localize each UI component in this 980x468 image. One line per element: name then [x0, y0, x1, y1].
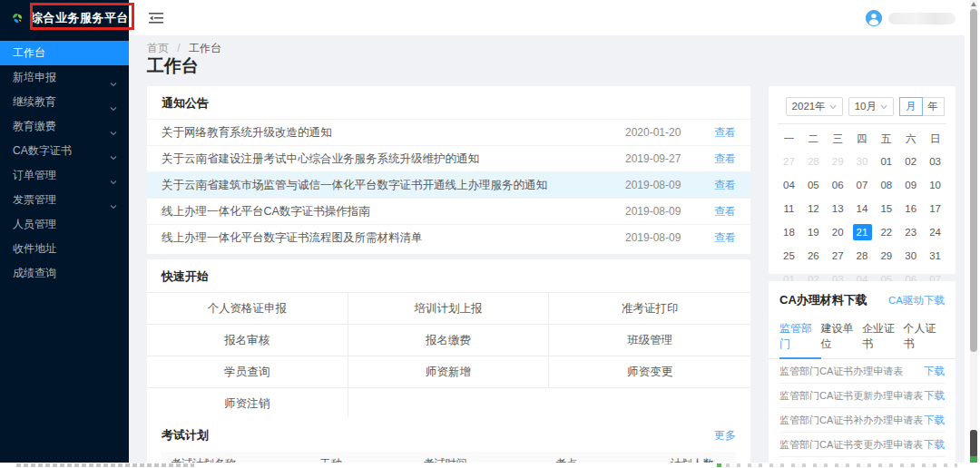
notice-list: 关于网络教育系统升级改造的通知2020-01-20查看关于云南省建设注册考试中心…	[147, 119, 750, 250]
calendar-day[interactable]: 27	[777, 150, 801, 173]
quick-start-item[interactable]: 师资注销	[147, 388, 348, 420]
calendar-day-selected[interactable]: 21	[850, 220, 875, 244]
sidebar-item-0[interactable]: 工作台	[0, 41, 129, 65]
calendar-day[interactable]: 12	[801, 197, 826, 220]
quick-start-item[interactable]: 培训计划上报	[348, 293, 550, 325]
sidebar-item-1[interactable]: 新培申报	[0, 65, 129, 90]
calendar-day[interactable]: 06	[826, 173, 850, 197]
calendar-day[interactable]: 19	[801, 220, 826, 244]
calendar-day[interactable]: 31	[923, 244, 947, 268]
calendar-day[interactable]: 22	[874, 220, 898, 244]
calendar-day-number: 20	[828, 224, 848, 240]
sidebar-item-6[interactable]: 发票管理	[0, 188, 129, 212]
ca-tab-2[interactable]: 企业证书	[862, 317, 904, 358]
exam-plan-more-link[interactable]: 更多	[714, 428, 736, 444]
sidebar-item-3[interactable]: 教育缴费	[0, 114, 129, 139]
sidebar-item-5[interactable]: 订单管理	[0, 163, 129, 188]
sidebar-item-label: CA数字证书	[13, 139, 109, 163]
calendar-week-row: 25262728293031	[777, 244, 947, 268]
calendar-day[interactable]: 10	[923, 173, 947, 197]
calendar-day[interactable]: 29	[826, 150, 850, 173]
calendar-day[interactable]: 18	[777, 220, 801, 244]
calendar-weekday-label: 二	[801, 128, 826, 150]
notices-card: 通知公告 关于网络教育系统升级改造的通知2020-01-20查看关于云南省建设注…	[147, 86, 750, 254]
calendar-day[interactable]: 11	[777, 197, 801, 220]
calendar-day[interactable]: 23	[898, 220, 923, 244]
scrollbar-up-arrow-icon[interactable]	[971, 2, 976, 6]
calendar-year-select[interactable]: 2021年	[786, 97, 843, 116]
calendar-day[interactable]: 26	[801, 244, 826, 268]
calendar-day[interactable]: 01	[874, 150, 898, 173]
calendar-mode-year-button[interactable]: 年	[922, 97, 946, 116]
calendar-day[interactable]: 25	[777, 244, 801, 268]
chevron-down-icon	[880, 102, 887, 112]
ca-tab-3[interactable]: 个人证书	[904, 317, 946, 358]
quick-start-item[interactable]: 报名缴费	[348, 325, 550, 356]
quick-start-item[interactable]: 个人资格证申报	[147, 293, 348, 325]
sidebar-item-2[interactable]: 继续教育	[0, 90, 129, 114]
calendar-day[interactable]: 13	[826, 197, 850, 220]
calendar-day[interactable]: 14	[850, 197, 875, 220]
calendar-day-number: 03	[926, 153, 945, 170]
calendar-day[interactable]: 05	[801, 173, 826, 197]
menu-fold-icon[interactable]	[149, 12, 163, 24]
breadcrumb-current: 工作台	[189, 42, 221, 54]
calendar-mode-month-button[interactable]: 月	[899, 97, 923, 116]
calendar-month-select[interactable]: 10月	[848, 97, 894, 116]
ca-download-link[interactable]: 下载	[924, 438, 945, 452]
notice-title: 线上办理一体化平台CA数字证书操作指南	[162, 204, 625, 219]
notice-view-link[interactable]: 查看	[709, 230, 736, 246]
calendar-day-number: 28	[853, 248, 872, 264]
exam-column-header: 考试计划名称	[162, 456, 311, 463]
calendar-day[interactable]: 09	[898, 173, 923, 197]
ca-driver-download-link[interactable]: CA驱动下载	[888, 294, 945, 307]
quick-start-item[interactable]: 学员查询	[147, 356, 348, 388]
calendar-day[interactable]: 29	[874, 244, 898, 268]
calendar-day[interactable]: 15	[874, 197, 898, 220]
sidebar-item-8[interactable]: 收件地址	[0, 237, 129, 261]
notice-view-link[interactable]: 查看	[709, 151, 736, 167]
calendar-day[interactable]: 27	[826, 244, 850, 268]
calendar-weekday-label: 三	[826, 128, 850, 150]
sidebar-item-4[interactable]: CA数字证书	[0, 139, 129, 163]
quick-start-item[interactable]: 准考证打印	[549, 293, 750, 325]
sidebar-item-9[interactable]: 成绩查询	[0, 261, 129, 286]
scrollbar-thumb[interactable]	[970, 9, 977, 352]
quick-start-item[interactable]: 报名审核	[147, 325, 348, 356]
quick-start-item[interactable]: 班级管理	[549, 325, 750, 356]
ca-tab-1[interactable]: 建设单位	[821, 317, 863, 358]
breadcrumb-home[interactable]: 首页	[147, 42, 169, 54]
calendar-day[interactable]: 03	[923, 150, 947, 173]
notice-view-link[interactable]: 查看	[709, 204, 736, 219]
calendar-day-number: 07	[853, 177, 872, 193]
calendar-day-number: 08	[877, 177, 896, 193]
calendar-weekday-label: 一	[777, 128, 801, 150]
user-avatar-icon[interactable]	[866, 10, 882, 26]
calendar-day[interactable]: 20	[826, 220, 850, 244]
logo: 综合业务服务平台	[0, 0, 129, 36]
ca-download-link[interactable]: 下载	[924, 365, 945, 378]
scrollbar[interactable]	[970, 0, 977, 468]
ca-tab-0[interactable]: 监管部门	[779, 317, 821, 358]
ca-download-link[interactable]: 下载	[924, 389, 945, 403]
calendar-day[interactable]: 08	[874, 173, 898, 197]
notice-view-link[interactable]: 查看	[709, 125, 736, 141]
notice-view-link[interactable]: 查看	[709, 178, 736, 193]
calendar-day[interactable]: 04	[777, 173, 801, 197]
sidebar-item-7[interactable]: 人员管理	[0, 212, 129, 237]
calendar-day[interactable]: 02	[898, 150, 923, 173]
calendar-day[interactable]: 17	[923, 197, 947, 220]
quick-start-item[interactable]: 师资新增	[348, 356, 550, 388]
calendar-day[interactable]: 28	[850, 244, 875, 268]
calendar-day[interactable]: 30	[898, 244, 923, 268]
ca-download-link[interactable]: 下载	[924, 414, 945, 427]
calendar-day[interactable]: 07	[850, 173, 875, 197]
calendar-day[interactable]: 16	[898, 197, 923, 220]
ca-download-list: 监管部门CA证书办理申请表下载监管部门CA证书更新办理申请表下载监管部门CA证书…	[769, 359, 956, 463]
calendar-day[interactable]: 28	[801, 150, 826, 173]
calendar-day[interactable]: 24	[923, 220, 947, 244]
calendar-week-row: 27282930010203	[777, 150, 947, 173]
calendar-day[interactable]: 30	[850, 150, 875, 173]
quick-start-item[interactable]: 师资变更	[549, 356, 750, 388]
chevron-down-icon	[109, 122, 118, 132]
